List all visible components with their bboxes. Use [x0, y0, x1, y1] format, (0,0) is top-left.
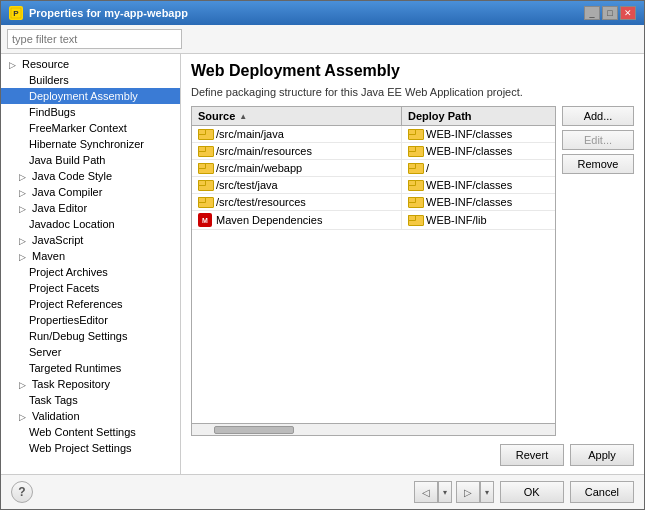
sidebar-item-label: Project Facets: [29, 282, 99, 294]
sidebar-item-label: Server: [29, 346, 61, 358]
table-action-buttons: Add... Edit... Remove: [562, 106, 634, 436]
sidebar-item-task-tags[interactable]: Task Tags: [1, 392, 180, 408]
sidebar-item-targeted-runtimes[interactable]: Targeted Runtimes: [1, 360, 180, 376]
window-icon: P: [9, 6, 23, 20]
sidebar-item-findbugs[interactable]: FindBugs: [1, 104, 180, 120]
panel-description: Define packaging structure for this Java…: [191, 86, 634, 98]
sidebar-item-project-references[interactable]: Project References: [1, 296, 180, 312]
sidebar-item-deployment-assembly[interactable]: Deployment Assembly: [1, 88, 180, 104]
sidebar-list: ▷ Resource Builders Deployment Assembly …: [1, 54, 180, 458]
expand-arrow: ▷: [9, 60, 19, 70]
table-body: /src/main/java WEB-INF/classes /src/main…: [192, 126, 555, 423]
sidebar-item-project-archives[interactable]: Project Archives: [1, 264, 180, 280]
nav-and-ok-buttons: ◁ ▾ ▷ ▾ OK Cancel: [414, 481, 634, 503]
edit-button[interactable]: Edit...: [562, 130, 634, 150]
back-nav: ◁ ▾: [414, 481, 452, 503]
title-controls: _ □ ✕: [584, 6, 636, 20]
sidebar-item-freemarker-context[interactable]: FreeMarker Context: [1, 120, 180, 136]
navigation-buttons: ◁ ▾ ▷ ▾: [414, 481, 494, 503]
main-content: ▷ Resource Builders Deployment Assembly …: [1, 54, 644, 474]
sidebar-item-hibernate-synchronizer[interactable]: Hibernate Synchronizer: [1, 136, 180, 152]
deploy-cell: WEB-INF/classes: [402, 177, 555, 193]
table-row[interactable]: /src/test/resources WEB-INF/classes: [192, 194, 555, 211]
right-panel: Web Deployment Assembly Define packaging…: [181, 54, 644, 474]
sidebar-item-web-content-settings[interactable]: Web Content Settings: [1, 424, 180, 440]
title-bar: P Properties for my-app-webapp _ □ ✕: [1, 1, 644, 25]
deploy-cell: WEB-INF/classes: [402, 126, 555, 142]
folder-icon: [408, 163, 422, 174]
sidebar-item-javadoc-location[interactable]: Javadoc Location: [1, 216, 180, 232]
sidebar-item-properties-editor[interactable]: PropertiesEditor: [1, 312, 180, 328]
folder-icon: [408, 197, 422, 208]
sidebar-item-label: Deployment Assembly: [29, 90, 138, 102]
source-cell: /src/main/webapp: [192, 160, 402, 176]
sidebar-item-label: Task Repository: [32, 378, 110, 390]
sidebar-item-java-editor[interactable]: ▷ Java Editor: [1, 200, 180, 216]
sidebar-item-java-code-style[interactable]: ▷ Java Code Style: [1, 168, 180, 184]
sidebar-item-java-compiler[interactable]: ▷ Java Compiler: [1, 184, 180, 200]
sidebar-item-label: PropertiesEditor: [29, 314, 108, 326]
source-cell: /src/main/resources: [192, 143, 402, 159]
add-button[interactable]: Add...: [562, 106, 634, 126]
folder-icon: [408, 146, 422, 157]
sidebar-item-maven[interactable]: ▷ Maven: [1, 248, 180, 264]
cancel-button[interactable]: Cancel: [570, 481, 634, 503]
forward-nav: ▷ ▾: [456, 481, 494, 503]
source-column-header[interactable]: Source ▲: [192, 107, 402, 125]
folder-icon: [198, 146, 212, 157]
folder-icon: [408, 129, 422, 140]
sidebar-item-label: Web Project Settings: [29, 442, 132, 454]
sidebar-item-label: Resource: [22, 58, 69, 70]
panel-title: Web Deployment Assembly: [191, 62, 634, 80]
table-header: Source ▲ Deploy Path: [192, 107, 555, 126]
deploy-cell: WEB-INF/classes: [402, 194, 555, 210]
deployment-table: Source ▲ Deploy Path /src/main/java: [191, 106, 556, 436]
sidebar-item-builders[interactable]: Builders: [1, 72, 180, 88]
sidebar-item-resource[interactable]: ▷ Resource: [1, 56, 180, 72]
table-row[interactable]: /src/main/webapp /: [192, 160, 555, 177]
forward-button[interactable]: ▷: [456, 481, 480, 503]
remove-button[interactable]: Remove: [562, 154, 634, 174]
close-button[interactable]: ✕: [620, 6, 636, 20]
svg-text:P: P: [13, 9, 19, 18]
sidebar-item-task-repository[interactable]: ▷ Task Repository: [1, 376, 180, 392]
back-button[interactable]: ◁: [414, 481, 438, 503]
deploy-path-column-header[interactable]: Deploy Path: [402, 107, 555, 125]
help-button[interactable]: ?: [11, 481, 33, 503]
sidebar-item-server[interactable]: Server: [1, 344, 180, 360]
ok-button[interactable]: OK: [500, 481, 564, 503]
revert-button[interactable]: Revert: [500, 444, 564, 466]
table-row[interactable]: M Maven Dependencies WEB-INF/lib: [192, 211, 555, 230]
forward-dropdown-button[interactable]: ▾: [480, 481, 494, 503]
folder-icon: [198, 197, 212, 208]
table-row[interactable]: /src/main/java WEB-INF/classes: [192, 126, 555, 143]
horizontal-scrollbar[interactable]: [192, 423, 555, 435]
sidebar-item-label: JavaScript: [32, 234, 83, 246]
sidebar-item-label: Java Compiler: [32, 186, 102, 198]
sidebar-item-web-project-settings[interactable]: Web Project Settings: [1, 440, 180, 456]
sidebar-item-validation[interactable]: ▷ Validation: [1, 408, 180, 424]
sidebar-item-label: Maven: [32, 250, 65, 262]
minimize-button[interactable]: _: [584, 6, 600, 20]
sidebar: ▷ Resource Builders Deployment Assembly …: [1, 54, 181, 474]
expand-arrow: ▷: [19, 236, 29, 246]
sort-arrow-icon: ▲: [239, 112, 247, 121]
sidebar-item-java-build-path[interactable]: Java Build Path: [1, 152, 180, 168]
table-row[interactable]: /src/main/resources WEB-INF/classes: [192, 143, 555, 160]
folder-icon: [198, 163, 212, 174]
apply-button[interactable]: Apply: [570, 444, 634, 466]
sidebar-item-javascript[interactable]: ▷ JavaScript: [1, 232, 180, 248]
table-row[interactable]: /src/test/java WEB-INF/classes: [192, 177, 555, 194]
scrollbar-thumb[interactable]: [214, 426, 294, 434]
sidebar-item-label: Task Tags: [29, 394, 78, 406]
back-dropdown-button[interactable]: ▾: [438, 481, 452, 503]
sidebar-item-run-debug-settings[interactable]: Run/Debug Settings: [1, 328, 180, 344]
sidebar-item-label: Hibernate Synchronizer: [29, 138, 144, 150]
expand-arrow: ▷: [19, 188, 29, 198]
properties-window: P Properties for my-app-webapp _ □ ✕ ▷ R…: [0, 0, 645, 510]
filter-input[interactable]: [7, 29, 182, 49]
deploy-cell: WEB-INF/lib: [402, 211, 555, 229]
sidebar-item-project-facets[interactable]: Project Facets: [1, 280, 180, 296]
maximize-button[interactable]: □: [602, 6, 618, 20]
sidebar-item-label: Validation: [32, 410, 80, 422]
